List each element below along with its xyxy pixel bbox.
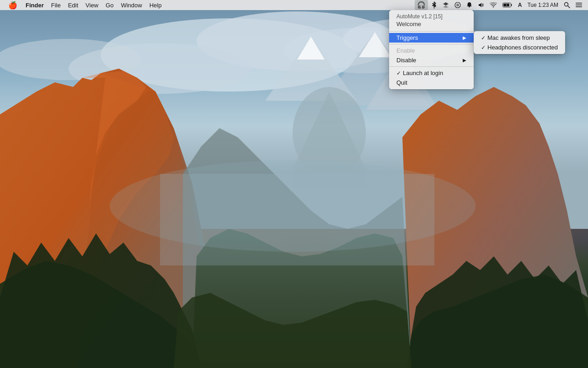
enable-label: Enable	[396, 47, 415, 54]
separator-2	[389, 44, 474, 44]
triggers-submenu: ✓ Mac awakes from sleep ✓ Headphones dis…	[474, 31, 565, 54]
spotlight-icon[interactable]	[561, 0, 572, 10]
automute-icon[interactable]: 🎧	[415, 0, 428, 10]
svg-rect-46	[576, 6, 582, 7]
launch-at-login-label: Launch at login	[403, 70, 443, 76]
separator-3	[389, 66, 474, 67]
view-menu[interactable]: View	[82, 0, 102, 10]
notification-icon[interactable]	[464, 0, 475, 10]
volume-icon[interactable]	[476, 0, 486, 10]
mac-awakes-label: Mac awakes from sleep	[487, 34, 550, 41]
go-menu[interactable]: Go	[102, 0, 117, 10]
help-menu[interactable]: Help	[146, 0, 166, 10]
launch-at-login-checkmark: ✓	[396, 70, 401, 76]
mac-awakes-item[interactable]: ✓ Mac awakes from sleep	[474, 33, 565, 43]
triggers-menu-item[interactable]: Triggers ▶ ✓ Mac awakes from sleep ✓ Hea…	[389, 33, 474, 43]
battery-icon[interactable]	[500, 0, 515, 10]
file-menu[interactable]: File	[48, 0, 64, 10]
datetime-display[interactable]: Tue 1:23 AM	[525, 0, 561, 10]
headphones-disconnected-item[interactable]: ✓ Headphones disconnected	[474, 43, 565, 52]
svg-marker-37	[479, 3, 481, 7]
automute-dropdown: AutoMute v1.2 [15] Welcome Triggers ▶ ✓ …	[389, 10, 474, 89]
svg-point-29	[110, 160, 476, 252]
triggers-label: Triggers	[396, 34, 418, 41]
dropbox-icon[interactable]	[440, 0, 451, 10]
enable-item: Enable	[389, 46, 474, 55]
svg-line-43	[568, 6, 570, 8]
welcome-item: Welcome	[389, 20, 474, 30]
menubar: 🍎 Finder File Edit View Go Window Help 🎧	[0, 0, 588, 10]
notification-center-icon[interactable]	[573, 0, 584, 10]
app-version-text: AutoMute v1.2 [15]	[396, 13, 443, 20]
menubar-right: 🎧	[415, 0, 584, 10]
keyboard-input-icon[interactable]: A	[516, 0, 524, 10]
bluetooth-icon[interactable]	[429, 0, 439, 10]
menubar-left: 🍎 Finder File Edit View Go Window Help	[4, 0, 165, 10]
separator-1	[389, 31, 474, 32]
quit-label: Quit	[396, 79, 407, 86]
svg-rect-40	[511, 4, 512, 6]
disable-item[interactable]: Disable ▶	[389, 55, 474, 65]
app-version-header: AutoMute v1.2 [15]	[389, 12, 474, 20]
svg-rect-44	[576, 3, 582, 4]
apple-menu[interactable]: 🍎	[4, 0, 22, 10]
welcome-text: Welcome	[396, 21, 421, 27]
finder-menu[interactable]: Finder	[22, 0, 48, 10]
svg-point-38	[493, 6, 494, 7]
headphones-checkmark: ✓	[481, 44, 486, 51]
window-menu[interactable]: Window	[117, 0, 145, 10]
onepassword-icon[interactable]	[452, 0, 463, 10]
svg-marker-33	[443, 5, 449, 8]
svg-rect-45	[576, 5, 582, 5]
svg-point-35	[456, 4, 459, 6]
mountain-background	[0, 0, 588, 368]
edit-menu[interactable]: Edit	[64, 0, 82, 10]
headphones-disconnected-label: Headphones disconnected	[487, 44, 558, 51]
disable-arrow-icon: ▶	[455, 58, 466, 63]
wifi-icon[interactable]	[487, 0, 499, 10]
disable-label: Disable	[396, 57, 416, 64]
svg-marker-30	[443, 2, 449, 5]
svg-rect-36	[469, 6, 470, 7]
launch-at-login-item[interactable]: ✓ Launch at login	[389, 68, 474, 78]
quit-item[interactable]: Quit	[389, 78, 474, 87]
submenu-arrow-icon: ▶	[455, 35, 466, 40]
mac-awakes-checkmark: ✓	[481, 35, 486, 41]
